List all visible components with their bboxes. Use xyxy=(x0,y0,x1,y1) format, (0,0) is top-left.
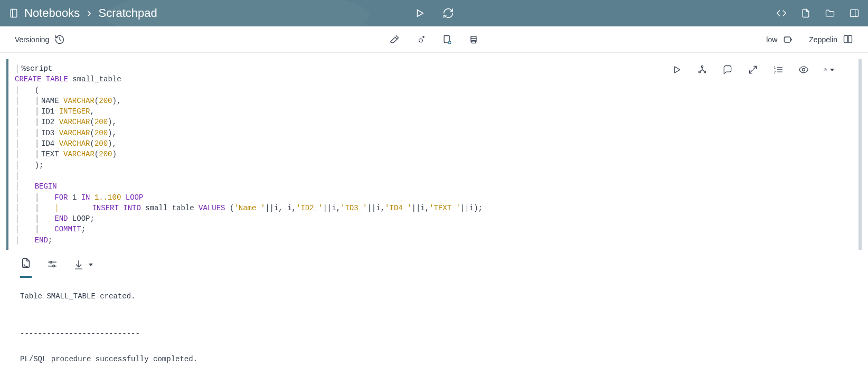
code-cell[interactable]: 12 │%script CREATE TABLE small_table │ (… xyxy=(6,59,862,250)
expand-icon[interactable] xyxy=(748,64,758,75)
notebook-icon xyxy=(8,8,19,18)
svg-line-21 xyxy=(753,66,757,69)
versioning-label[interactable]: Versioning xyxy=(15,35,49,44)
breadcrumb: Notebooks › Scratchpad xyxy=(8,6,157,20)
svg-line-22 xyxy=(749,70,752,73)
chevron-down-icon xyxy=(830,69,834,71)
history-icon[interactable] xyxy=(54,34,65,45)
refresh-icon[interactable] xyxy=(442,7,454,19)
app-header: Notebooks › Scratchpad xyxy=(0,0,868,26)
engine-label[interactable]: Zeppelin xyxy=(809,35,837,44)
book-icon[interactable] xyxy=(843,34,853,45)
breadcrumb-separator: › xyxy=(87,6,91,20)
svg-point-28 xyxy=(803,69,805,71)
chevron-down-icon xyxy=(89,264,93,266)
save-notebook-icon[interactable] xyxy=(442,34,452,45)
result-tab-settings[interactable] xyxy=(46,258,58,277)
svg-point-32 xyxy=(50,261,52,263)
svg-line-5 xyxy=(395,37,397,39)
svg-point-6 xyxy=(419,39,423,42)
sliders-icon xyxy=(46,258,58,270)
svg-text:1: 1 xyxy=(774,65,776,69)
line-numbers-icon[interactable]: 12 xyxy=(773,64,784,75)
notebook-toolbar: Versioning low Zeppelin xyxy=(0,26,868,53)
folder-icon[interactable] xyxy=(825,8,835,18)
comment-icon[interactable] xyxy=(722,64,733,75)
svg-rect-0 xyxy=(11,10,17,17)
download-icon xyxy=(73,259,84,271)
dependency-icon[interactable] xyxy=(697,64,707,75)
code-editor[interactable]: │%script CREATE TABLE small_table │ ( │ … xyxy=(13,61,854,250)
svg-marker-14 xyxy=(675,67,680,73)
run-all-icon[interactable] xyxy=(414,7,426,19)
result-tab-script[interactable] xyxy=(20,257,32,278)
svg-rect-13 xyxy=(785,37,791,42)
cell-toolbar: 12 xyxy=(672,64,834,75)
output-separator: --------------------------- xyxy=(20,330,140,338)
breadcrumb-current[interactable]: Scratchpad xyxy=(99,6,157,20)
svg-line-20 xyxy=(702,70,704,71)
settings-icon[interactable] xyxy=(824,64,834,75)
script-output-icon xyxy=(20,257,32,269)
consumer-group-label[interactable]: low xyxy=(766,35,777,44)
output-line: PL/SQL procedure successfully completed. xyxy=(20,355,197,363)
code-icon[interactable] xyxy=(776,8,787,18)
result-tab-download[interactable] xyxy=(73,259,93,276)
svg-text:2: 2 xyxy=(774,70,776,74)
breadcrumb-root[interactable]: Notebooks xyxy=(24,6,80,20)
svg-marker-2 xyxy=(417,10,423,17)
svg-point-29 xyxy=(825,69,826,70)
consumer-group-icon[interactable] xyxy=(782,34,793,45)
clear-sparkle-icon[interactable] xyxy=(416,34,426,45)
run-cell-icon[interactable] xyxy=(672,64,682,75)
svg-rect-3 xyxy=(851,10,858,16)
print-icon[interactable] xyxy=(468,34,479,45)
output-line: Table SMALL_TABLE created. xyxy=(20,292,135,301)
eraser-icon[interactable] xyxy=(389,34,400,45)
cell-output: Table SMALL_TABLE created. -------------… xyxy=(6,278,862,366)
result-tabs xyxy=(6,250,862,278)
svg-line-19 xyxy=(700,70,702,71)
panel-icon[interactable] xyxy=(849,8,860,18)
svg-point-34 xyxy=(53,265,55,267)
visibility-icon[interactable] xyxy=(798,64,809,75)
document-icon[interactable] xyxy=(800,8,811,18)
